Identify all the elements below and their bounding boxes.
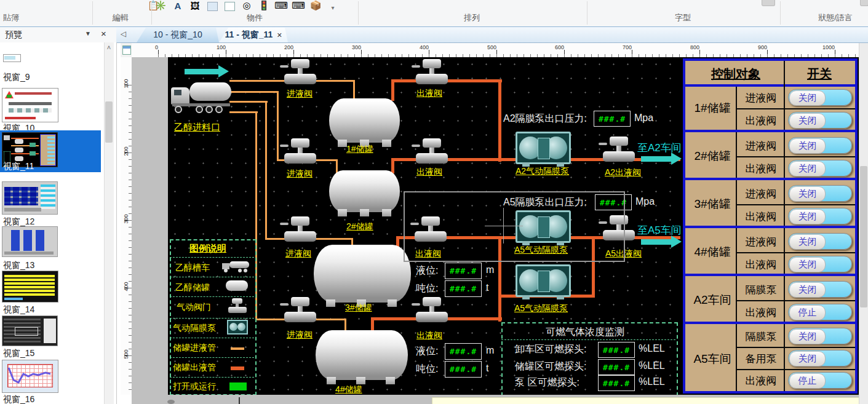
tanker-truck[interactable]	[171, 77, 231, 118]
outlet-valve-2[interactable]	[416, 138, 448, 167]
panel-menu-caret-icon[interactable]: ▼	[85, 30, 91, 37]
inlet-valve-4[interactable]	[284, 297, 316, 325]
switch-button[interactable]: 停止	[788, 372, 852, 389]
switch-button[interactable]: 关闭	[788, 89, 852, 106]
canvas-scrollbar-thumb[interactable]	[860, 166, 867, 307]
a2-outlet-valve[interactable]	[603, 137, 635, 165]
sidebar-scrollbar-thumb[interactable]	[105, 101, 113, 143]
inlet-valve-label[interactable]: 进液阀	[287, 330, 313, 341]
switch-button[interactable]: 关闭	[788, 185, 852, 202]
a2-outlet-valve-label[interactable]: A2出液阀	[605, 167, 641, 178]
inlet-pipe[interactable]	[353, 80, 355, 101]
tank-4[interactable]	[316, 330, 408, 380]
ton-value[interactable]: ###.#	[445, 361, 482, 378]
tab-close-icon[interactable]: ×	[277, 30, 282, 40]
thumbnail-window-15[interactable]	[2, 315, 58, 346]
switch-button[interactable]: 停止	[788, 304, 852, 320]
gas-row-value[interactable]: ###.#	[598, 359, 635, 375]
scroll-up-icon[interactable]: ˄	[105, 44, 113, 53]
outlet-valve-label[interactable]: 出液阀	[416, 88, 442, 99]
inlet-valve-label[interactable]: 进液阀	[287, 168, 313, 180]
image-icon[interactable]: 🖼	[188, 0, 202, 11]
thumbnail-window-14[interactable]	[2, 271, 58, 303]
canvas-vertical-scrollbar[interactable]	[859, 43, 868, 404]
ascii-input-icon[interactable]: ⌨	[292, 0, 305, 11]
switch-button[interactable]: 关闭	[788, 350, 852, 366]
switch-button[interactable]: 关闭	[788, 233, 852, 250]
tank-1[interactable]	[329, 98, 400, 143]
a2-pump-label[interactable]: A2气动隔膜泵	[516, 166, 569, 177]
macro-icon[interactable]: 📦	[309, 0, 322, 11]
tab-window-11[interactable]: 11 - 視窗_11 ×	[219, 28, 288, 42]
outlet-pipe[interactable]	[391, 80, 394, 101]
tank-4-label[interactable]: 4#储罐	[335, 384, 362, 395]
sidebar-scrollbar[interactable]: ˄	[104, 42, 114, 404]
rect-object-icon[interactable]	[205, 0, 219, 11]
a5-backup-pump-label[interactable]: A5气动隔膜泵	[514, 303, 568, 314]
thumbnail-window-10[interactable]	[2, 88, 58, 122]
inlet-valve-2[interactable]	[284, 138, 316, 167]
inlet-valve-3[interactable]	[284, 216, 316, 245]
level-value[interactable]: ###.#	[445, 263, 482, 279]
tab-scroll-left-icon[interactable]: ◁	[121, 30, 126, 38]
burst-icon[interactable]: ✳️	[154, 0, 167, 11]
objects-dropdown-caret-icon[interactable]: ▾	[326, 0, 340, 11]
switch-button[interactable]: 关闭	[788, 137, 852, 154]
switch-button[interactable]: 关闭	[788, 281, 852, 298]
thumbnail-label[interactable]: 視窗_14	[3, 304, 34, 315]
a2-pressure-unit[interactable]: Mpa	[634, 113, 653, 124]
switch-button[interactable]: 关闭	[788, 112, 852, 129]
inlet-pipe[interactable]	[265, 101, 267, 240]
inlet-valve-label[interactable]: 进液阀	[285, 248, 311, 259]
thumbnail-window-13[interactable]	[2, 226, 58, 257]
outlet-valve-1[interactable]	[416, 59, 448, 87]
tank-3-label[interactable]: 3#储罐	[345, 303, 372, 314]
a2-pressure-value[interactable]: ###.#	[594, 111, 631, 127]
outlet-valve-4[interactable]	[416, 297, 448, 325]
a5-pressure-unit[interactable]: Mpa	[635, 196, 655, 207]
thumbnail-label[interactable]: 視窗_15	[3, 348, 34, 359]
tank-2-label[interactable]: 2#储罐	[346, 221, 373, 232]
switch-button[interactable]: 关闭	[788, 256, 852, 272]
tank-1-label[interactable]: 1#储罐	[346, 144, 373, 155]
outlet-pipe[interactable]	[498, 79, 501, 162]
to-a5-label[interactable]: 至A5车间	[637, 223, 682, 237]
switch-button[interactable]: 关闭	[788, 160, 852, 176]
a2-diaphragm-pump[interactable]	[516, 132, 571, 164]
tab-window-10[interactable]: 10 - 視窗_10	[137, 28, 219, 42]
window-chip-icon[interactable]	[762, 0, 775, 6]
inlet-pipe[interactable]	[229, 111, 258, 113]
thumbnail-label[interactable]: 視窗_13	[3, 260, 34, 271]
level-value[interactable]: ###.#	[445, 343, 482, 360]
thumbnail-label[interactable]: 視窗_11	[3, 161, 34, 172]
traffic-light-icon[interactable]: 🚦	[257, 0, 271, 11]
inlet-valve-1[interactable]	[284, 59, 316, 87]
outlet-pipe[interactable]	[371, 317, 374, 331]
ton-value[interactable]: ###.#	[445, 280, 482, 297]
thumbnail-window-16[interactable]	[2, 360, 58, 393]
grid-table-icon[interactable]	[223, 0, 236, 11]
switch-button[interactable]: 关闭	[788, 208, 852, 224]
thumbnail-window-9[interactable]	[3, 54, 21, 62]
inlet-valve-label[interactable]: 进液阀	[287, 89, 313, 100]
thumbnail-label[interactable]: 視窗_16	[3, 394, 34, 404]
switch-button[interactable]: 关闭	[788, 328, 852, 344]
gas-row-value[interactable]: ###.#	[598, 342, 635, 358]
outlet-valve-label[interactable]: 出液阀	[416, 330, 442, 341]
inlet-pipe[interactable]	[229, 101, 268, 103]
truck-label[interactable]: 乙醇进料口	[174, 122, 220, 133]
a2-pressure-label[interactable]: A2隔膜泵出口压力:	[503, 113, 587, 125]
selection-rectangle[interactable]	[404, 191, 625, 262]
outlet-valve-label[interactable]: 出液阀	[416, 167, 442, 178]
window-chip-icon[interactable]	[860, 0, 868, 6]
text-a-icon[interactable]: A	[171, 0, 185, 11]
tank-3[interactable]	[314, 245, 411, 303]
inlet-pipe[interactable]	[229, 91, 279, 93]
tank-2[interactable]	[329, 170, 400, 212]
numeric-input-icon[interactable]: ⌨	[274, 0, 288, 11]
thumbnail-label[interactable]: 視窗_9	[3, 72, 30, 83]
inlet-pipe[interactable]	[277, 91, 279, 161]
panel-close-icon[interactable]: ×	[101, 28, 106, 39]
gauge-icon[interactable]: ◎	[240, 0, 253, 11]
flow-arrow-right[interactable]	[185, 65, 229, 78]
